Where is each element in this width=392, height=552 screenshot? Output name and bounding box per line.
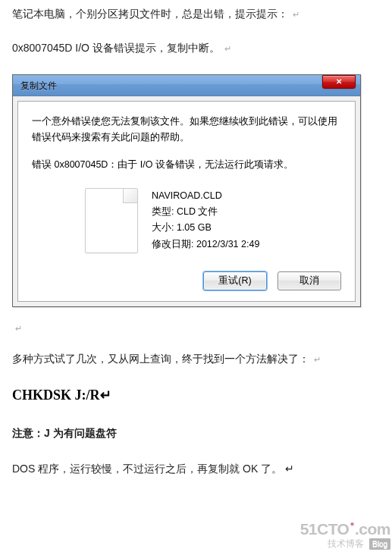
watermark-tagline: 技术博客 [328,538,364,549]
copy-file-dialog: 复制文件 一个意外错误使您无法复制该文件。如果您继续收到此错误，可以使用错误代码… [12,74,361,307]
newline-mark: ↵ [15,322,380,335]
file-name: NAVIROAD.CLD [152,188,259,204]
newline-mark: ↵ [314,355,321,364]
dialog-message: 一个意外错误使您无法复制该文件。如果您继续收到此错误，可以使用错误代码来搜索有关… [32,114,341,146]
watermark: 51CTO●.com 技术博客 Blog [300,521,390,550]
note-label: 注意： [12,427,44,439]
watermark-brand: 51CTO [300,520,350,538]
dialog-screenshot: 复制文件 一个意外错误使您无法复制该文件。如果您继续收到此错误，可以使用错误代码… [12,74,380,307]
file-meta: NAVIROAD.CLD 类型: CLD 文件 大小: 1.05 GB 修改日期… [152,188,259,252]
file-icon [85,188,138,253]
dialog-titlebar: 复制文件 [13,75,360,96]
file-info-row: NAVIROAD.CLD 类型: CLD 文件 大小: 1.05 GB 修改日期… [85,188,341,253]
newline-mark: ↵ [285,463,294,475]
close-icon [336,76,342,87]
file-type: 类型: CLD 文件 [152,204,259,220]
command-heading: CHKDSK J:/R↵ [12,385,380,406]
close-button[interactable] [322,75,356,89]
closing-paragraph: DOS 程序，运行较慢，不过运行之后，再复制就 OK 了。 ↵ [12,461,380,477]
dialog-body: 一个意外错误使您无法复制该文件。如果您继续收到此错误，可以使用错误代码来搜索有关… [17,101,356,302]
watermark-tld: .com [355,520,390,538]
note-paragraph: 注意：J 为有问题盘符 [12,425,380,441]
newline-mark: ↵ [100,387,111,403]
intro-paragraph: 笔记本电脑，个别分区拷贝文件时，总是出错，提示提示： ↵ [12,6,380,22]
retry-button[interactable]: 重试(R) [203,271,267,290]
dialog-error: 错误 0x8007045D：由于 I/O 设备错误，无法运行此项请求。 [32,157,341,173]
dialog-title: 复制文件 [20,79,322,93]
note-body: J 为有问题盘符 [44,427,117,439]
error-paragraph: 0x8007045D I/O 设备错误提示，复制中断。 ↵ [12,40,380,56]
newline-mark: ↵ [293,10,299,19]
file-modified: 修改日期: 2012/3/31 2:49 [152,237,259,252]
intro-text: 笔记本电脑，个别分区拷贝文件时，总是出错，提示提示： [12,8,288,20]
newline-mark: ↵ [224,44,231,53]
cancel-button[interactable]: 取消 [278,271,341,290]
watermark-subline: 技术博客 Blog [300,537,390,550]
file-size: 大小: 1.05 GB [152,220,259,236]
watermark-badge: Blog [369,538,390,550]
command-text: CHKDSK J:/R [12,387,100,403]
watermark-brand-line: 51CTO●.com [300,521,390,537]
method-paragraph: 多种方式试了几次，又从网上查询，终于找到一个方法解决了： ↵ [12,351,380,367]
error-text: 0x8007045D I/O 设备错误提示，复制中断。 [12,42,220,54]
dialog-button-row: 重试(R) 取消 [32,271,341,290]
watermark-dot-icon: ● [350,519,354,528]
method-text: 多种方式试了几次，又从网上查询，终于找到一个方法解决了： [12,353,309,365]
closing-text: DOS 程序，运行较慢，不过运行之后，再复制就 OK 了。 [12,463,282,475]
